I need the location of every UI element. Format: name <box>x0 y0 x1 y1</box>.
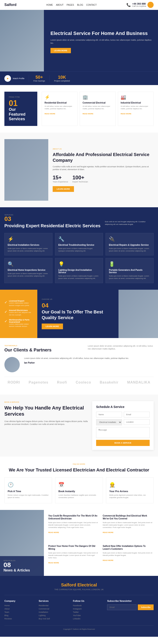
residential-desc: Ut elit tellus, luctus nec ullamcorper m… <box>44 105 75 110</box>
repairs-desc: Nulla quis lorem ut libero malesuada feu… <box>109 247 150 252</box>
footer-newsletter-form: Subscribe <box>107 604 154 610</box>
service-lighting: 💡 Lighting Design And Installation Servi… <box>55 258 103 283</box>
news-article-2: Commercial Buildings And Electrical Work… <box>103 514 154 541</box>
message-input[interactable] <box>96 427 150 438</box>
industrial-read-more[interactable]: Read More <box>121 113 132 115</box>
newsletter-subscribe-button[interactable]: Subscribe <box>138 604 154 610</box>
testimonial-text: Lorem ipsum dolor sit amet, consectetur … <box>24 357 154 360</box>
footer-service-lighting[interactable]: Lighting <box>39 614 68 616</box>
news-article-1: You Could Be Responsible For The Work Of… <box>48 514 99 541</box>
newsletter-email-input[interactable] <box>107 604 137 610</box>
pick-time-icon: 🕐 <box>8 482 49 488</box>
form-row-service-location: Electrical Installations <box>96 419 150 425</box>
about-stats: 15+ Years Experience 100+ Expert Technic… <box>53 174 154 183</box>
nav-pages[interactable]: Pages <box>66 4 74 6</box>
book-service-title: We Help You Handle Any Electrical Servic… <box>4 405 88 418</box>
why-number: 04 <box>42 302 114 309</box>
service-troubleshooting: 🔧 Electrical Troubleshooting Service Nul… <box>55 233 103 256</box>
why-insured: ✓ Insured Electricians Lorem arcu nec al… <box>4 309 33 316</box>
footer-social-facebook[interactable]: Facebook <box>73 604 103 607</box>
pro-arrives-desc: Mollis porta dignissim praesent vitae te… <box>109 494 150 499</box>
generators-desc: Nulla quis lorem ut libero malesuada feu… <box>109 275 150 280</box>
footer-social-twitter[interactable]: Twitter <box>73 611 103 613</box>
hero-title: Electrical Service For Home And Business <box>50 30 154 37</box>
installation-icon: ⚡ <box>8 236 49 242</box>
phone-icon: 📞 <box>126 3 131 7</box>
partner-basakehir: Basakehir <box>100 380 119 384</box>
nav-contact[interactable]: Contact <box>86 4 97 6</box>
pro-arrives-icon: 👷 <box>109 482 150 488</box>
repairs-icon: 🔌 <box>109 236 150 242</box>
footer-social-instagram[interactable]: Instagram <box>73 608 103 610</box>
licensed-card-pick-time: 🕐 Pick A Time Donec rutrum congue leo eg… <box>4 478 52 503</box>
name-input[interactable] <box>96 412 122 418</box>
nav-about[interactable]: About <box>56 4 63 6</box>
nav-blog[interactable]: Blog <box>77 4 83 6</box>
why-learn-more-button[interactable]: Learn More <box>42 324 63 329</box>
book-instantly-icon: 📅 <box>58 482 99 488</box>
location-input[interactable] <box>124 419 150 425</box>
footer-social-youtube[interactable]: YouTube <box>73 614 103 616</box>
service-repairs: 🔌 Electrical Repairs & Upgrades Service … <box>106 233 154 256</box>
video-play[interactable]: Watch Profile <box>4 75 24 82</box>
testimonial-author: Ian Parker <box>24 362 154 364</box>
hero-image <box>0 10 44 72</box>
hero-cta-button[interactable]: Learn More <box>50 48 71 53</box>
licensed-icon: ✓ <box>4 300 7 304</box>
lighting-title: Lighting Design And Installation Service <box>58 269 100 274</box>
testimonial-quote: Lorem ipsum dolor sit amet, consectetur … <box>24 357 154 364</box>
footer-link-about[interactable]: About <box>4 608 34 610</box>
video-label: Watch Profile <box>13 77 24 80</box>
footer-service-installation[interactable]: Installation <box>39 611 68 613</box>
footer-link-home[interactable]: Home <box>4 604 34 607</box>
service-select[interactable]: Electrical Installations <box>96 419 122 425</box>
stats-divider2 <box>49 75 50 82</box>
services-label: Services <box>4 214 101 216</box>
service-generators: 🔋 Portable Generators And Panels Service… <box>106 258 154 283</box>
why-workmanship: ✓ Workmanship & Parts Guaranteed Lorem m… <box>4 319 33 328</box>
services-title: Providing Expert Residential Electric Se… <box>4 223 101 228</box>
stats-divider <box>29 75 29 82</box>
footer-link-blog[interactable]: Blog <box>4 614 34 616</box>
services-section: Services 03 Providing Expert Residential… <box>0 207 158 290</box>
article-1-read-more[interactable]: Read More <box>48 532 59 534</box>
testimonial-avatar <box>4 357 20 372</box>
about-learn-more-button[interactable]: Learn More <box>53 186 74 192</box>
book-submit-button[interactable]: Book A Service <box>96 440 150 446</box>
testimonials-label: Testimonials <box>4 345 52 346</box>
featured-services-list: ⚡ Residential Electrical Ut elit tellus,… <box>42 92 154 126</box>
partners-list: RODRI Pagenotes Roofi Cooleco Basakehir … <box>4 377 154 388</box>
why-us-section: ✓ Licensed Expert Lorem malesuada nullam… <box>0 290 158 338</box>
hero-stats: Watch Profile 50+ Free Savings 10K Proje… <box>0 72 158 85</box>
commercial-read-more[interactable]: Read More <box>83 113 93 115</box>
avatar[interactable] <box>148 2 154 8</box>
book-service-description: Cras ultricies ligula sed magna dictum p… <box>4 420 88 426</box>
phone-number: +44 393 888 <box>132 2 146 5</box>
footer-service-residential[interactable]: Residential <box>39 604 68 607</box>
location-field <box>124 419 150 425</box>
nav-home[interactable]: Home <box>46 4 53 6</box>
footer-col-newsletter: Subscribe Newsletter Subscribe <box>107 600 154 621</box>
footer-service-buy-sell[interactable]: Buy And Sell <box>39 618 68 620</box>
footer-link-team[interactable]: Team <box>4 611 34 613</box>
footer-social-linkedin[interactable]: LinkedIn <box>73 618 103 620</box>
featured-label: Prima Titre <box>9 96 33 98</box>
footer-link-reviews[interactable]: Reviews <box>4 618 34 620</box>
inspections-icon: 🔍 <box>8 261 49 267</box>
why-title: Our Goal Is To Offer The Best Quality Se… <box>42 309 114 320</box>
article-4-read-more[interactable]: Read More <box>103 560 114 561</box>
footer-newsletter-title: Subscribe Newsletter <box>107 600 154 602</box>
featured-number: 01 <box>9 99 33 107</box>
article-3-read-more[interactable]: Read More <box>48 562 59 564</box>
email-input[interactable] <box>124 412 150 418</box>
news-left-panel: Now In Blog 08 News & Articles <box>0 510 44 576</box>
play-button[interactable] <box>4 75 11 82</box>
service-field: Electrical Installations <box>96 419 122 425</box>
about-label: About Us <box>53 148 154 150</box>
footer-service-commercial[interactable]: Commercial <box>39 608 68 610</box>
hero-image-placeholder <box>0 10 44 72</box>
article-2-read-more[interactable]: Read More <box>103 532 114 534</box>
book-service-label: Book A Service <box>4 401 88 403</box>
why-insured-text: Insured Electricians Lorem arcu nec aliq… <box>9 309 33 316</box>
residential-read-more[interactable]: Read More <box>44 113 55 115</box>
